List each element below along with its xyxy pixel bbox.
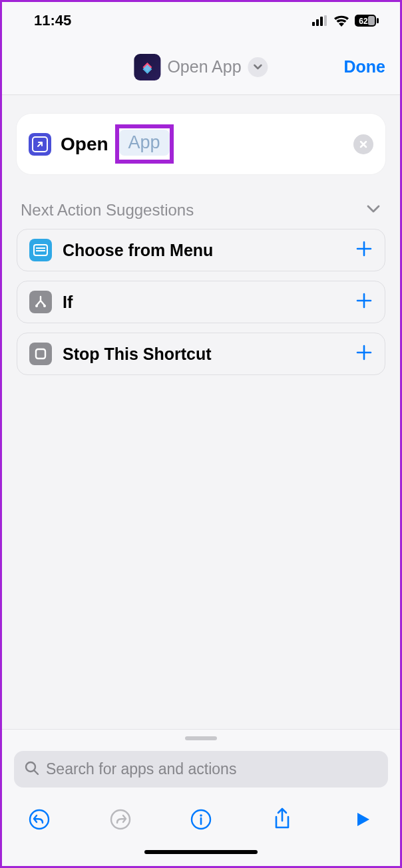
add-suggestion-button[interactable] [355, 291, 373, 313]
status-indicators: 62 [312, 15, 379, 27]
svg-line-15 [35, 770, 39, 774]
suggestions-header[interactable]: Next Action Suggestions [17, 201, 385, 229]
nav-header: Open App Done [2, 39, 400, 95]
suggestion-label: Choose from Menu [63, 241, 213, 260]
svg-rect-5 [377, 18, 379, 23]
drag-handle[interactable] [185, 736, 217, 740]
suggestion-if[interactable]: If [17, 281, 385, 323]
info-button[interactable] [188, 806, 214, 833]
svg-rect-0 [312, 22, 315, 26]
add-suggestion-button[interactable] [355, 343, 373, 364]
close-icon [359, 140, 368, 149]
wifi-icon [333, 15, 349, 27]
svg-rect-3 [324, 15, 327, 26]
plus-icon [355, 292, 373, 309]
header-title-group[interactable]: Open App [134, 54, 268, 80]
branch-icon [29, 291, 52, 313]
undo-icon [28, 808, 51, 831]
action-open-label: Open [61, 134, 108, 155]
header-dropdown-button[interactable] [248, 57, 268, 77]
search-icon [25, 761, 39, 778]
bottom-toolbar [14, 788, 388, 841]
search-input[interactable]: Search for apps and actions [14, 751, 388, 788]
chevron-down-icon [365, 204, 381, 217]
status-time: 11:45 [34, 12, 71, 29]
suggestion-stop-shortcut[interactable]: Stop This Shortcut [17, 333, 385, 375]
header-title: Open App [167, 57, 241, 76]
suggestion-choose-from-menu[interactable]: Choose from Menu [17, 229, 385, 271]
battery-icon: 62 [355, 15, 379, 27]
svg-rect-13 [36, 349, 45, 359]
home-indicator[interactable] [144, 850, 258, 854]
plus-icon [355, 344, 373, 361]
bottom-panel: Search for apps and actions [2, 729, 400, 866]
suggestions-title: Next Action Suggestions [21, 201, 194, 219]
search-placeholder: Search for apps and actions [46, 760, 236, 778]
plus-icon [355, 240, 373, 257]
shortcuts-app-icon [134, 54, 160, 80]
app-parameter-highlight: App [115, 124, 174, 164]
svg-rect-2 [320, 17, 323, 26]
redo-icon [109, 808, 132, 831]
done-button[interactable]: Done [344, 57, 386, 76]
play-icon [353, 810, 372, 829]
cellular-icon [312, 15, 328, 26]
svg-point-12 [43, 305, 46, 307]
suggestion-label: Stop This Shortcut [63, 345, 212, 364]
suggestion-label: If [63, 293, 73, 312]
action-text: Open App [61, 124, 174, 164]
add-suggestion-button[interactable] [355, 239, 373, 261]
menu-icon [29, 239, 52, 261]
svg-rect-1 [316, 19, 319, 26]
remove-action-button[interactable] [353, 134, 373, 154]
undo-button[interactable] [26, 806, 53, 833]
svg-text:62: 62 [359, 17, 368, 26]
stop-icon [29, 343, 52, 365]
open-app-icon [29, 133, 51, 156]
svg-point-19 [200, 814, 202, 817]
svg-point-11 [35, 305, 38, 307]
run-button[interactable] [349, 806, 376, 833]
redo-button [107, 806, 134, 833]
info-icon [190, 808, 212, 831]
share-button[interactable] [269, 806, 296, 833]
app-parameter-chip[interactable]: App [119, 130, 170, 156]
share-icon [272, 807, 292, 831]
svg-rect-6 [368, 16, 375, 25]
open-app-action-card[interactable]: Open App [17, 114, 385, 174]
status-bar: 11:45 62 [2, 2, 400, 39]
chevron-down-icon [254, 64, 263, 71]
